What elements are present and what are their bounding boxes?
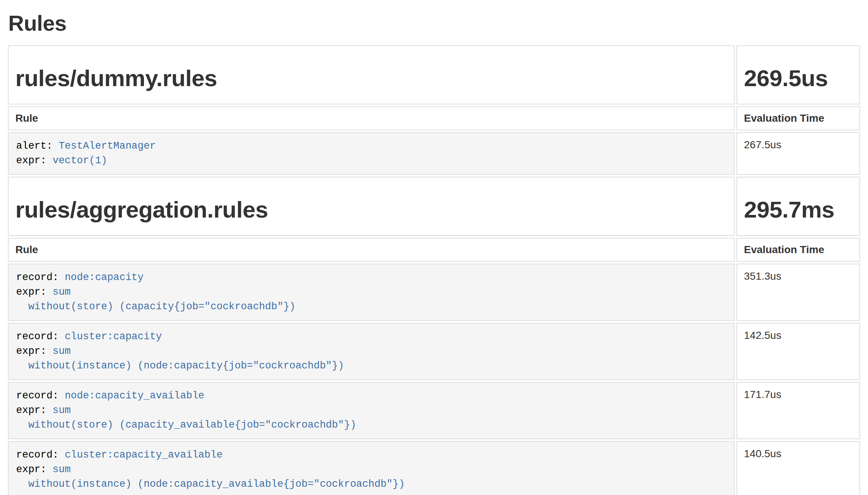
group-header-row: rules/dummy.rules 269.5us xyxy=(8,45,860,104)
rule-row: alert: TestAlertManager expr: vector(1) … xyxy=(8,132,860,175)
group-eval-time-cell: 269.5us xyxy=(736,45,860,104)
rule-cell: alert: TestAlertManager expr: vector(1) xyxy=(8,132,735,175)
rule-expr-link[interactable]: vector(1) xyxy=(52,155,107,166)
rule-column-header: Rule xyxy=(8,238,735,262)
rules-page: Rules rules/dummy.rules 269.5us Rule Eva… xyxy=(0,11,868,495)
group-header-row: rules/aggregation.rules 295.7ms xyxy=(8,177,860,236)
group-file-name: rules/dummy.rules xyxy=(15,66,727,91)
rule-row: record: node:capacity_available expr: su… xyxy=(8,382,860,439)
rule-cell: record: node:capacity expr: sum without(… xyxy=(8,264,735,321)
rule-row: record: cluster:capacity expr: sum witho… xyxy=(8,323,860,380)
group-file-name: rules/aggregation.rules xyxy=(15,197,727,222)
rule-name-key: record: xyxy=(16,449,58,461)
rule-name-link[interactable]: node:capacity_available xyxy=(65,390,205,401)
rule-name-key: record: xyxy=(16,272,58,283)
column-header-row: Rule Evaluation Time xyxy=(8,106,860,130)
rule-name-key: record: xyxy=(16,331,58,342)
group-eval-time: 269.5us xyxy=(744,66,853,91)
rule-definition: record: cluster:capacity expr: sum witho… xyxy=(16,330,726,373)
rule-name-link[interactable]: cluster:capacity_available xyxy=(65,449,223,461)
evaluation-time-column-header: Evaluation Time xyxy=(736,106,860,130)
group-file-cell: rules/dummy.rules xyxy=(8,45,735,104)
rule-eval-time: 171.7us xyxy=(736,382,860,439)
rule-name-link[interactable]: TestAlertManager xyxy=(58,140,156,152)
group-eval-time-cell: 295.7ms xyxy=(736,177,860,236)
rule-expr-key: expr: xyxy=(16,155,46,166)
group-file-cell: rules/aggregation.rules xyxy=(8,177,735,236)
evaluation-time-column-header: Evaluation Time xyxy=(736,238,860,262)
rule-row: record: node:capacity expr: sum without(… xyxy=(8,264,860,321)
rule-name-key: record: xyxy=(16,390,58,401)
column-header-row: Rule Evaluation Time xyxy=(8,238,860,262)
rule-column-header: Rule xyxy=(8,106,735,130)
rule-expr-key: expr: xyxy=(16,464,46,475)
rule-definition: record: cluster:capacity_available expr:… xyxy=(16,448,726,492)
rule-eval-time: 351.3us xyxy=(736,264,860,321)
rule-expr-key: expr: xyxy=(16,286,46,298)
rules-table: rules/dummy.rules 269.5us Rule Evaluatio… xyxy=(6,43,862,495)
page-title: Rules xyxy=(8,11,862,35)
rule-name-link[interactable]: node:capacity xyxy=(65,272,144,283)
rule-expr-link[interactable]: sum without(store) (capacity_available{j… xyxy=(16,405,356,431)
rule-cell: record: cluster:capacity expr: sum witho… xyxy=(8,323,735,380)
rule-expr-link[interactable]: sum without(instance) (node:capacity{job… xyxy=(16,346,344,371)
group-eval-time: 295.7ms xyxy=(744,197,853,222)
rule-cell: record: node:capacity_available expr: su… xyxy=(8,382,735,439)
rule-definition: record: node:capacity_available expr: su… xyxy=(16,389,726,432)
rule-expr-key: expr: xyxy=(16,346,46,357)
rule-eval-time: 140.5us xyxy=(736,441,860,495)
rule-definition: record: node:capacity expr: sum without(… xyxy=(16,270,726,314)
rule-definition: alert: TestAlertManager expr: vector(1) xyxy=(16,139,726,168)
rule-name-key: alert: xyxy=(16,140,52,152)
rule-expr-link[interactable]: sum without(instance) (node:capacity_ava… xyxy=(16,464,405,490)
rule-eval-time: 142.5us xyxy=(736,323,860,380)
rule-expr-key: expr: xyxy=(16,405,46,416)
rule-eval-time: 267.5us xyxy=(736,132,860,175)
rule-cell: record: cluster:capacity_available expr:… xyxy=(8,441,735,495)
rule-name-link[interactable]: cluster:capacity xyxy=(65,331,162,342)
rule-row: record: cluster:capacity_available expr:… xyxy=(8,441,860,495)
rule-expr-link[interactable]: sum without(store) (capacity{job="cockro… xyxy=(16,286,295,312)
